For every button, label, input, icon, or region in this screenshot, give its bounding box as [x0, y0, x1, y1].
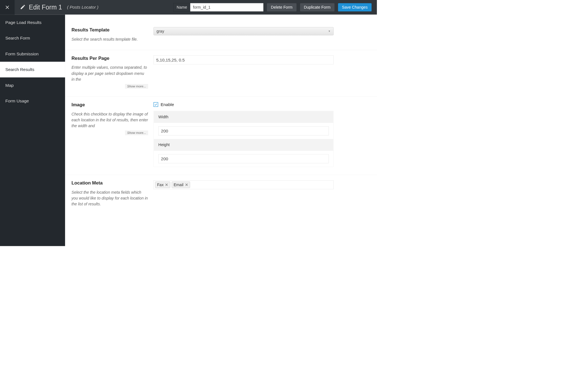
tag-remove-icon[interactable]: ✕: [165, 183, 168, 187]
page-title: Edit Form 1: [29, 4, 62, 11]
page-subtitle: ( Posts Locator ): [67, 5, 98, 10]
sidebar-item-form-submission[interactable]: Form Submission: [0, 46, 65, 61]
label-image: Image: [71, 102, 148, 108]
row-image: Image Check this checkbox to display the…: [65, 97, 377, 175]
image-height-input[interactable]: [158, 154, 329, 163]
sidebar-item-map[interactable]: Map: [0, 77, 65, 93]
sidebar: Page Load Results Search Form Form Submi…: [0, 15, 65, 246]
row-results-template: Results Template Select the search resul…: [65, 22, 377, 50]
image-height-label: Height: [154, 139, 333, 151]
desc-location-meta: Select the the location meta fields whic…: [71, 189, 148, 207]
tag-remove-icon[interactable]: ✕: [185, 183, 188, 187]
results-template-value: gray: [157, 29, 164, 34]
pencil-icon: [20, 4, 26, 11]
tag-label: Fax: [157, 183, 164, 187]
form-name-wrap: Name: [173, 3, 263, 12]
sidebar-item-search-form[interactable]: Search Form: [0, 30, 65, 46]
image-sub-panel: Width Height: [154, 111, 333, 167]
show-more-results-per-page[interactable]: Show more...: [125, 84, 148, 89]
delete-form-button[interactable]: Delete Form: [267, 3, 297, 11]
form-name-input[interactable]: [190, 3, 263, 11]
label-results-template: Results Template: [71, 27, 148, 33]
show-more-image[interactable]: Show more...: [125, 131, 148, 135]
desc-results-per-page: Enter multiple values, comma separated, …: [71, 65, 148, 82]
sidebar-item-search-results[interactable]: Search Results: [0, 62, 65, 77]
row-results-per-page: Results Per Page Enter multiple values, …: [65, 50, 377, 97]
label-location-meta: Location Meta: [71, 180, 148, 186]
chevron-down-icon: ▼: [328, 30, 331, 33]
sidebar-item-form-usage[interactable]: Form Usage: [0, 93, 65, 109]
form-name-label: Name: [173, 3, 190, 12]
desc-image: Check this checkbox to display the image…: [71, 111, 148, 129]
results-per-page-input[interactable]: [154, 55, 333, 64]
image-width-input[interactable]: [158, 126, 329, 135]
tag-fax: Fax ✕: [155, 182, 170, 188]
tag-email: Email ✕: [172, 182, 190, 188]
image-enable-checkbox[interactable]: [154, 102, 158, 107]
image-width-label: Width: [154, 111, 333, 123]
save-changes-button[interactable]: Save Changes: [338, 3, 372, 11]
results-template-select[interactable]: gray ▼: [154, 27, 333, 35]
close-icon: [4, 4, 10, 10]
content: Results Template Select the search resul…: [65, 15, 377, 246]
desc-results-template: Select the search results template file.: [71, 36, 148, 42]
image-enable-label: Enable: [161, 102, 174, 107]
app-header: Edit Form 1 ( Posts Locator ) Name Delet…: [0, 0, 377, 15]
tag-label: Email: [174, 183, 183, 187]
label-results-per-page: Results Per Page: [71, 55, 148, 61]
row-location-meta: Location Meta Select the the location me…: [65, 175, 377, 215]
location-meta-tags-input[interactable]: Fax ✕ Email ✕: [154, 180, 333, 189]
title-wrap: Edit Form 1 ( Posts Locator ): [20, 4, 173, 11]
check-icon: [154, 103, 157, 106]
sidebar-item-page-load-results[interactable]: Page Load Results: [0, 15, 65, 30]
duplicate-form-button[interactable]: Duplicate Form: [300, 3, 334, 11]
close-button[interactable]: [0, 0, 15, 15]
